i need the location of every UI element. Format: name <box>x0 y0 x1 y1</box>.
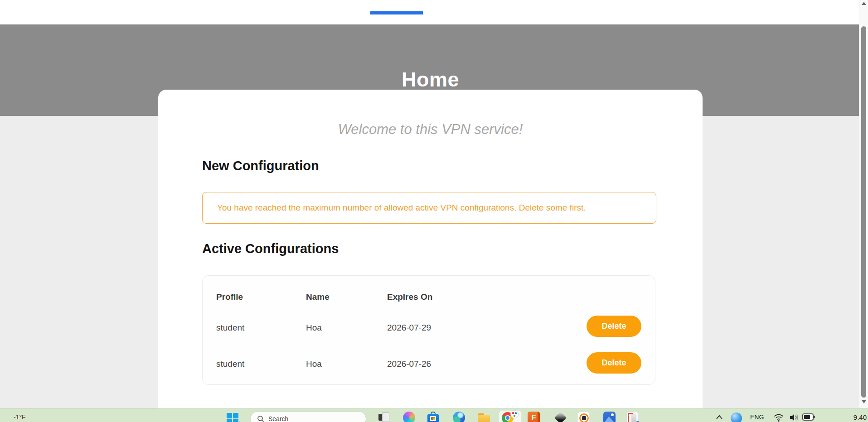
column-header-profile: Profile <box>216 292 243 302</box>
file-explorer-icon[interactable] <box>478 412 490 422</box>
column-header-name: Name <box>306 292 330 302</box>
volume-icon[interactable] <box>789 412 800 422</box>
edge-browser-icon[interactable] <box>453 412 465 422</box>
page-title: Home <box>158 68 703 91</box>
welcome-message: Welcome to this VPN service! <box>158 121 703 138</box>
scrollbar-down-arrow[interactable] <box>862 400 866 403</box>
configurations-table: Profile Name Expires On student Hoa 2026… <box>202 275 655 385</box>
taskbar-clock[interactable]: 9.40 <box>839 413 867 421</box>
hidden-icons-chevron-icon[interactable] <box>714 413 724 421</box>
search-icon <box>257 415 264 422</box>
cell-name: Hoa <box>306 359 322 369</box>
copilot-icon[interactable] <box>403 412 415 422</box>
active-tab-indicator <box>370 11 423 14</box>
active-configurations-heading: Active Configurations <box>202 240 339 257</box>
start-button[interactable] <box>227 413 239 422</box>
max-config-alert: You have reached the maximum number of a… <box>202 192 656 224</box>
cell-profile: student <box>216 359 244 369</box>
audacity-icon[interactable] <box>577 412 590 422</box>
content-card: Welcome to this VPN service! New Configu… <box>158 90 703 408</box>
search-placeholder: Search <box>268 415 288 422</box>
windows-taskbar: -1°F Search F <box>0 408 868 422</box>
scrollbar-thumb[interactable] <box>861 26 866 398</box>
windows-logo-icon <box>227 413 232 418</box>
wifi-icon[interactable] <box>773 412 785 422</box>
app-f-icon[interactable]: F <box>528 412 540 422</box>
cell-expires-on: 2026-07-29 <box>387 323 431 333</box>
cell-profile: student <box>216 323 244 333</box>
cloud-app-tray-icon[interactable] <box>731 412 742 422</box>
scrollbar-up-arrow[interactable] <box>862 2 866 5</box>
desktop-screen: Home Welcome to this VPN service! New Co… <box>0 0 868 422</box>
inkscape-icon[interactable] <box>554 412 567 422</box>
task-view-icon[interactable] <box>378 412 390 422</box>
cell-name: Hoa <box>306 323 322 333</box>
search-input[interactable]: Search <box>250 411 366 422</box>
battery-icon[interactable] <box>802 413 815 422</box>
weather-widget[interactable]: -1°F <box>14 413 26 421</box>
cell-expires-on: 2026-07-26 <box>387 359 431 369</box>
chrome-extension-badge-icon <box>510 410 519 418</box>
column-header-expires-on: Expires On <box>387 292 432 302</box>
top-navigation <box>0 0 868 24</box>
new-configuration-heading: New Configuration <box>202 158 319 174</box>
alert-text: You have reached the maximum number of a… <box>217 203 586 213</box>
delete-button-row-2[interactable]: Delete <box>587 352 641 374</box>
photos-app-icon[interactable] <box>603 412 616 422</box>
language-indicator[interactable]: ENG <box>750 413 764 421</box>
screen-clip-app-icon[interactable] <box>626 412 639 422</box>
microsoft-store-icon[interactable] <box>427 412 439 422</box>
delete-button-row-1[interactable]: Delete <box>587 316 641 337</box>
